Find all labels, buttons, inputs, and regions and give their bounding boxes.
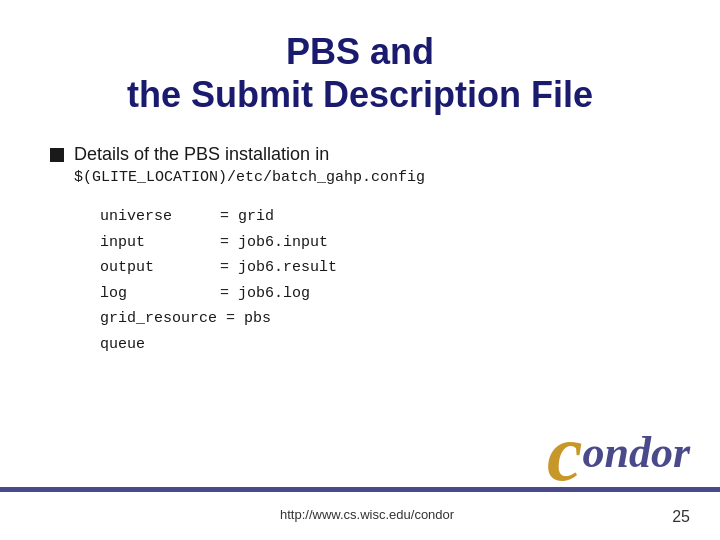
code-line-input: input = job6.input [100,230,670,256]
code-line-grid-resource: grid_resource = pbs [100,306,670,332]
bullet-icon [50,148,64,162]
code-block: universe = grid input = job6.input outpu… [100,204,670,357]
title-line1: PBS and [50,30,670,73]
bullet-item: Details of the PBS installation in [50,144,670,165]
condor-c: c [547,409,583,497]
code-key-queue: queue [100,332,145,358]
code-line-universe: universe = grid [100,204,670,230]
slide: PBS and the Submit Description File Deta… [0,0,720,540]
slide-title: PBS and the Submit Description File [50,30,670,116]
code-line-log: log = job6.log [100,281,670,307]
title-line2: the Submit Description File [50,73,670,116]
page-number: 25 [672,508,690,526]
code-line-queue: queue [100,332,670,358]
code-key-input: input [100,230,220,256]
code-key-grid-resource: grid_resource = pbs [100,306,271,332]
code-eq-input: = job6.input [220,230,328,256]
code-key-log: log [100,281,220,307]
config-path: $(GLITE_LOCATION)/etc/batch_gahp.config [74,169,670,186]
footer-link: http://www.cs.wisc.edu/condor [280,507,454,522]
code-key-universe: universe [100,204,220,230]
code-eq-output: = job6.result [220,255,337,281]
condor-logo: condor [547,421,690,485]
code-eq-universe: = grid [220,204,274,230]
code-key-output: output [100,255,220,281]
bullet-text: Details of the PBS installation in [74,144,329,165]
condor-rest: ondor [582,428,690,477]
footer-bar [0,487,720,492]
bullet-section: Details of the PBS installation in $(GLI… [50,144,670,186]
code-eq-log: = job6.log [220,281,310,307]
code-line-output: output = job6.result [100,255,670,281]
